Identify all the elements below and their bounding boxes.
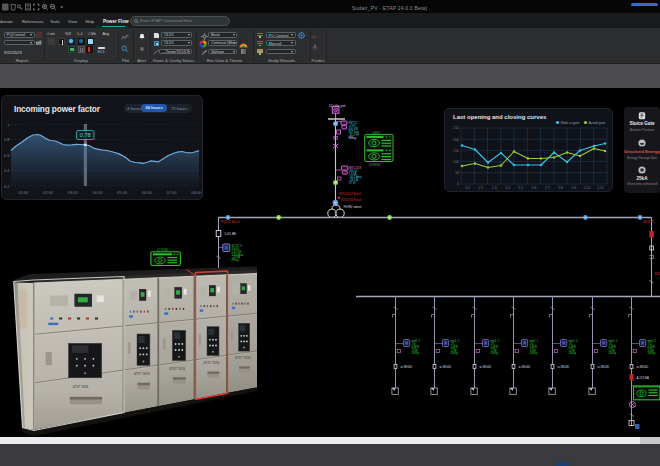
svg-text:w-SE04D: w-SE04D bbox=[440, 365, 452, 369]
svg-text:50: 50 bbox=[455, 171, 459, 175]
svg-text:2W/3g: 2W/3g bbox=[451, 351, 459, 355]
svg-text:03:00: 03:00 bbox=[68, 190, 79, 195]
svg-text:0.2: 0.2 bbox=[4, 184, 10, 189]
svg-text:100: 100 bbox=[453, 160, 459, 164]
svg-text:2W/3g: 2W/3g bbox=[609, 351, 617, 355]
svg-text:2.4: 2.4 bbox=[505, 186, 510, 190]
svg-text:(S2/MVb): (S2/MVb) bbox=[369, 163, 380, 167]
svg-text:0.6: 0.6 bbox=[4, 153, 10, 158]
svg-text:2.1: 2.1 bbox=[465, 186, 470, 190]
svg-text:2.5: 2.5 bbox=[518, 186, 523, 190]
svg-text:0.78: 0.78 bbox=[80, 132, 91, 138]
svg-text:2.3: 2.3 bbox=[492, 186, 497, 190]
svg-text:2.8: 2.8 bbox=[558, 186, 563, 190]
svg-text:87 W: 87 W bbox=[349, 181, 356, 185]
svg-text:2.11: 2.11 bbox=[597, 186, 603, 190]
svg-text:w-SE04D: w-SE04D bbox=[558, 365, 570, 369]
svg-text:2.6: 2.6 bbox=[532, 186, 537, 190]
svg-text:A-123 MA: A-123 MA bbox=[637, 376, 650, 380]
svg-text:w-SE04D: w-SE04D bbox=[598, 365, 610, 369]
svg-text:a4MV1: a4MV1 bbox=[372, 131, 381, 135]
svg-text:ATST TATA: ATST TATA bbox=[235, 356, 252, 360]
svg-text:w-SE04D: w-SE04D bbox=[480, 365, 492, 369]
svg-text:200: 200 bbox=[453, 138, 459, 142]
svg-text:2W/3g: 2W/3g bbox=[530, 351, 538, 355]
svg-text:ATST TATA: ATST TATA bbox=[73, 385, 90, 389]
svg-text:89%g: 89%g bbox=[232, 258, 239, 262]
svg-text:2W/3g: 2W/3g bbox=[569, 351, 577, 355]
svg-text:ATST TATA: ATST TATA bbox=[169, 367, 186, 371]
svg-text:05:00: 05:00 bbox=[117, 190, 128, 195]
svg-text:01:00: 01:00 bbox=[18, 190, 29, 195]
svg-text:Avoid gate: Avoid gate bbox=[589, 121, 606, 125]
svg-text:04:00: 04:00 bbox=[92, 190, 103, 195]
svg-text:ATST TATA: ATST TATA bbox=[134, 372, 151, 376]
svg-text:41-PQM2: 41-PQM2 bbox=[157, 248, 169, 252]
svg-text:Slide a gate: Slide a gate bbox=[561, 121, 580, 125]
svg-text:U2 utility grid: U2 utility grid bbox=[329, 104, 346, 108]
svg-text:2.9: 2.9 bbox=[571, 186, 576, 190]
svg-text:0.8: 0.8 bbox=[4, 137, 10, 142]
svg-text:3-4/5 BB: 3-4/5 BB bbox=[225, 232, 236, 236]
svg-text:2W/3g: 2W/3g bbox=[648, 351, 656, 355]
svg-text:1: 1 bbox=[7, 124, 10, 127]
svg-text:RMag: RMag bbox=[349, 136, 357, 140]
svg-text:HV/MV subnet: HV/MV subnet bbox=[344, 205, 362, 209]
svg-text:08:00: 08:00 bbox=[191, 190, 202, 195]
svg-text:w-SE04D: w-SE04D bbox=[519, 365, 531, 369]
svg-text:ATST TATA: ATST TATA bbox=[204, 361, 221, 365]
svg-text:02:00: 02:00 bbox=[43, 190, 54, 195]
svg-text:2W50163.8 Beta3: 2W50163.8 Beta3 bbox=[339, 192, 362, 196]
svg-text:2.10: 2.10 bbox=[584, 186, 591, 190]
svg-text:06:00: 06:00 bbox=[142, 190, 153, 195]
svg-text:w-SE04D: w-SE04D bbox=[637, 365, 649, 369]
svg-text:2W/3g: 2W/3g bbox=[412, 351, 420, 355]
svg-text:PQCtrl2 Meas4: PQCtrl2 Meas4 bbox=[221, 220, 241, 224]
svg-text:4W5kV3: 4W5kV3 bbox=[643, 220, 654, 224]
svg-text:150: 150 bbox=[453, 149, 459, 153]
svg-text:0.4: 0.4 bbox=[4, 168, 10, 173]
svg-text:w-SE04D: w-SE04D bbox=[401, 365, 413, 369]
svg-text:2W50163 Beta3: 2W50163 Beta3 bbox=[341, 198, 362, 202]
svg-text:250: 250 bbox=[453, 126, 459, 130]
svg-text:2.7: 2.7 bbox=[545, 186, 550, 190]
svg-text:2.2: 2.2 bbox=[479, 186, 484, 190]
svg-text:4W2: 4W2 bbox=[655, 272, 660, 276]
svg-text:07:00: 07:00 bbox=[166, 190, 177, 195]
svg-text:2W/3g: 2W/3g bbox=[491, 351, 499, 355]
svg-text:0: 0 bbox=[457, 182, 459, 186]
